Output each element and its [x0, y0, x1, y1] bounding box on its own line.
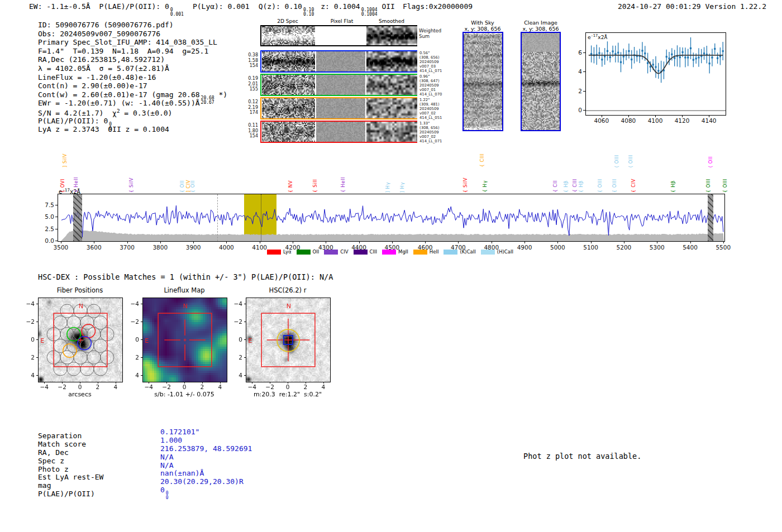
- col-title-2d-spec: 2D Spec: [263, 18, 313, 24]
- clean-image-title: Clean Image: [513, 20, 569, 26]
- spec2d-row: [260, 97, 417, 119]
- spec2d-row-right-labels: 0.96"(308, 647)20240509v007_01414_LL_070: [419, 74, 442, 97]
- marker-line-dashed: [217, 194, 218, 241]
- match-label: Separation: [38, 432, 103, 440]
- legend-swatch: [413, 250, 427, 255]
- cutout-image-0: [38, 298, 123, 382]
- with-sky-image: [462, 32, 503, 131]
- timestamp-version: 2024-10-27 00:01:29 Version 1.22.2: [618, 2, 766, 11]
- match-value: N/A: [160, 453, 252, 461]
- info-line-2: Primary Spec_Slot_IFU_AMP: 414_038_035_L…: [38, 38, 227, 47]
- legend-swatch: [297, 250, 311, 255]
- masked-band: [708, 194, 713, 241]
- line-annotation: { Hγ: [482, 180, 488, 193]
- photz-note: Phot z plot not available.: [523, 452, 641, 461]
- line-annotation: ] Hγ: [399, 182, 405, 193]
- weighted-sum-label: WeightedSum: [419, 28, 441, 39]
- spec2d-row: [260, 121, 417, 143]
- legend-item: CIII: [354, 249, 377, 255]
- line-annotation: { OII: [179, 180, 185, 193]
- line-annotation: ] SiIV: [62, 154, 68, 167]
- match-label: Spec z: [38, 457, 103, 465]
- cutout-xlabel: arcsecs: [30, 391, 130, 398]
- info-line-5: λ = 4102.05Å σ = 5.07(±2.81)Å: [38, 64, 227, 73]
- spectrum-legend: LyαOIICIVCIIIMgIIHeII(K)CaII(H)CaII: [267, 249, 513, 255]
- line-annotation: { Hβ: [578, 180, 584, 193]
- line-annotation: { Hβ: [670, 180, 676, 193]
- line-annotation: { NV: [288, 180, 293, 193]
- line-annotation: { SiII: [312, 179, 318, 193]
- elixer-report-page: EW: -1.1±-0.5ÅP(LAE)/P(OII): 000.001P(Ly…: [0, 0, 782, 532]
- line-annotation: { HeII: [340, 177, 346, 193]
- spec2d-row-left-values: 0.122.19174: [239, 99, 258, 116]
- cutout-xlabel: s/b: -1.01 +/- 0.075: [134, 391, 235, 398]
- col-title-smoothed: Smoothed: [366, 18, 417, 24]
- match-label: P(LAE)/P(OII): [38, 490, 103, 498]
- info-line-7: Cont(n) = 2.90(±0.00)e-17: [38, 82, 227, 90]
- line-annotation: { OIII: [612, 179, 617, 193]
- line-annotation: { OII: [190, 180, 196, 193]
- line-fit-plot: e-17x2Å: [585, 32, 726, 116]
- line-annotation: { HeII: [73, 177, 79, 193]
- hsc-dex-header: HSC-DEX : Possible Matches = 1 (within +…: [38, 272, 333, 281]
- info-line-4: RA,Dec (216.253815,48.592712): [38, 55, 227, 64]
- match-value: N/A: [160, 461, 252, 469]
- line-annotation: ( OIII: [628, 155, 633, 167]
- info-line-12: LyA z = 2.3743 OII z = 0.1004: [38, 125, 227, 134]
- line-annotation: { CII: [552, 180, 558, 193]
- info-line-6: LineFlux = -1.20(±0.48)e-16: [38, 73, 227, 82]
- match-label: Est LyA rest-EW: [38, 473, 103, 481]
- info-line-8: Cont(w) = 2.60(±0.01)e-17 (gmag 20.6820.…: [38, 90, 227, 99]
- detection-info-block: ID: 5090076776 (5090076776.pdf)Obs: 2024…: [38, 21, 227, 134]
- spec2d-row-right-labels: 1.33"(308, 656)20240509v007_02414_LL_071: [419, 121, 442, 143]
- spec2d-row-right-labels: 1.22"(309, 481)20240509v007_02414_LL_051: [419, 98, 442, 120]
- match-value: 1.000: [160, 436, 252, 444]
- spec2d-row: [260, 50, 417, 73]
- line-annotation: { CIV: [631, 179, 636, 193]
- cutout-title: HSC(26.2) r: [240, 286, 335, 294]
- match-label: Match score: [38, 440, 103, 448]
- legend-item: OII: [297, 249, 320, 255]
- spec2d-row-left-values: 0.381.58154: [239, 52, 258, 69]
- legend-item: HeII: [413, 249, 439, 255]
- legend-item: (K)CaII: [444, 249, 475, 255]
- match-label: mag: [38, 481, 103, 490]
- line-annotation: ( OIII: [614, 155, 619, 167]
- cutout-image-2: [246, 298, 331, 382]
- match-label: RA, Dec: [38, 448, 103, 457]
- match-value: 000: [160, 486, 252, 494]
- legend-swatch: [324, 250, 338, 255]
- info-line-1: Obs: 20240509v007_5090076776: [38, 30, 227, 39]
- cutout-title: Lineflux Map: [137, 286, 232, 294]
- info-line-11: P(LAE)/P(OII): 000: [38, 117, 227, 126]
- line-annotation: ( OII: [708, 156, 713, 167]
- match-value: 216.253879, 48.592691: [160, 444, 252, 453]
- col-title-pixel-flat: Pixel Flat: [317, 18, 367, 24]
- match-label: Photo z: [38, 465, 103, 473]
- with-sky-title: With Sky: [455, 20, 511, 26]
- cutout-xlabel: m:20.3 re:1.2" s:0.2": [237, 391, 338, 398]
- line-annotation: ] Hγ: [385, 182, 390, 193]
- legend-item: Lyα: [267, 249, 292, 255]
- legend-swatch: [382, 250, 396, 255]
- info-line-3: F=1.4" T=0.139 N=1.18 A=0.94 g=25.1: [38, 47, 227, 56]
- legend-swatch: [267, 250, 281, 255]
- legend-swatch: [444, 250, 457, 255]
- cutout-image-1: [142, 298, 227, 382]
- legend-swatch: [481, 250, 495, 255]
- cutout-title: Fiber Positions: [32, 286, 127, 294]
- legend-item: (H)CaII: [481, 249, 513, 255]
- match-table-labels: SeparationMatch scoreRA, DecSpec zPhoto …: [38, 432, 103, 498]
- masked-band: [73, 194, 82, 241]
- line-annotation: { OIII: [722, 179, 728, 193]
- spec2d-row-right-labels: 0.56"(308, 656)20240509v007_03414_LL_071: [419, 51, 442, 73]
- spec2d-row: [260, 74, 417, 96]
- marker-line-dotted: [261, 194, 261, 241]
- info-line-9: EWr = -1.20(±0.71) (w: -1.40(±0.55))Å: [38, 99, 227, 108]
- spec2d-row-left-values: 0.111.80154: [239, 123, 258, 139]
- line-annotation: { Hβ: [563, 180, 569, 193]
- match-table-values: 0.172101"1.000216.253879, 48.592691N/AN/…: [160, 428, 252, 494]
- with-sky-coords: x, y: 308, 656: [455, 26, 511, 32]
- legend-item: MgII: [382, 249, 408, 255]
- match-value: nan(±nan)Å: [160, 469, 252, 477]
